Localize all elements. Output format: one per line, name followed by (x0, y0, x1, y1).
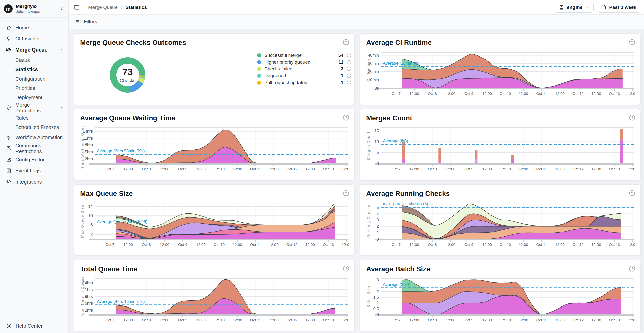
scrollbar[interactable] (642, 30, 643, 331)
svg-text:12:00: 12:00 (446, 318, 455, 322)
info-icon[interactable] (347, 67, 351, 71)
sidebar-toggle-icon[interactable] (73, 4, 80, 11)
sidebar-item-commands-restrictions[interactable]: Commands Restrictions (0, 143, 68, 154)
sidebar-item-label: Deployment (15, 95, 42, 100)
legend-item: Dequeued1 (257, 72, 351, 79)
svg-text:12:00: 12:00 (591, 91, 601, 96)
sidebar-item-label: Merge Queue (15, 47, 48, 53)
sidebar-item-label: Workflow Automation (15, 135, 63, 140)
sidebar-item-ci-insights[interactable]: CI Insights (0, 33, 68, 44)
sidebar-item-scheduled-freezes[interactable]: Scheduled Freezes (0, 123, 68, 132)
sidebar-item-help-center[interactable]: Help Center (0, 323, 68, 329)
help-icon[interactable]: ? (343, 114, 349, 121)
checks-outcomes-donut: 73 Checks (106, 53, 149, 97)
svg-text:Oct 9: Oct 9 (464, 318, 473, 322)
help-icon[interactable]: ? (629, 190, 635, 196)
svg-text:12:00: 12:00 (342, 242, 349, 247)
svg-text:12:00: 12:00 (591, 167, 601, 171)
card-title: Max Queue Size (80, 190, 133, 198)
svg-text:12:00: 12:00 (305, 318, 315, 322)
sidebar-item-status[interactable]: Status (0, 56, 68, 65)
svg-text:1: 1 (377, 301, 379, 305)
svg-text:Oct 8: Oct 8 (142, 318, 151, 322)
info-icon[interactable] (347, 60, 351, 64)
divider (84, 4, 84, 11)
sidebar-item-event-logs[interactable]: Event Logs (0, 165, 68, 176)
sidebar-item-configuration[interactable]: Configuration (0, 74, 68, 84)
calendar-icon (601, 5, 606, 10)
checks-outcomes-legend: Successful merge54Higher priority queued… (257, 52, 351, 86)
sidebar-item-rules[interactable]: Rules (0, 113, 68, 123)
sidebar-item-deployment[interactable]: Deployment (0, 93, 68, 102)
sidebar-item-merge-protections[interactable]: Merge Protections (0, 102, 68, 113)
sidebar-item-label: Merge Protections (15, 102, 55, 114)
svg-text:Oct 8: Oct 8 (428, 242, 437, 247)
card-title: Total Queue Time (80, 265, 137, 273)
help-icon[interactable]: ? (629, 265, 635, 272)
filters-button[interactable]: Filters (69, 15, 644, 29)
svg-text:12:00: 12:00 (409, 167, 419, 171)
help-icon[interactable]: ? (343, 39, 349, 45)
workflow-icon (6, 135, 12, 140)
sidebar-item-label: Statistics (15, 67, 38, 72)
sidebar-item-statistics[interactable]: Statistics (0, 65, 68, 74)
svg-text:15: 15 (374, 129, 379, 133)
sidebar-item-workflow-automation[interactable]: Workflow Automation (0, 132, 68, 143)
legend-value: 1 (341, 80, 343, 85)
svg-text:Oct 11: Oct 11 (250, 318, 261, 322)
sidebar-item-label: Rules (15, 115, 28, 121)
filter-icon (75, 19, 80, 24)
svg-text:Total Time in Queue: Total Time in Queue (80, 277, 84, 317)
repository-label: engine (567, 5, 582, 10)
sidebar-item-merge-queue[interactable]: Merge Queue (0, 44, 68, 56)
chart-total-queue-time: Average (4hrs 16min 17s)2hrs5hrs8hrs11hr… (80, 277, 349, 328)
svg-text:?: ? (345, 191, 347, 195)
svg-text:12:00: 12:00 (342, 318, 349, 322)
sidebar-item-label: CI Insights (15, 36, 39, 42)
legend-label: Checks failed (264, 66, 292, 72)
filters-label: Filters (84, 19, 97, 24)
svg-text:2hrs: 2hrs (85, 308, 93, 312)
info-icon[interactable] (347, 53, 351, 58)
svg-text:Oct 13: Oct 13 (609, 318, 620, 322)
svg-text:12:00: 12:00 (519, 91, 528, 96)
time-range-button[interactable]: Past 1 week (597, 2, 640, 13)
repository-select[interactable]: engine (555, 2, 594, 13)
svg-text:max_parallel_checks (5): max_parallel_checks (5) (383, 201, 428, 206)
info-icon[interactable] (347, 80, 351, 85)
svg-text:12:00: 12:00 (269, 167, 279, 171)
sidebar-item-priorities[interactable]: Priorities (0, 84, 68, 93)
svg-text:Oct 10: Oct 10 (500, 167, 511, 171)
svg-text:12:00: 12:00 (269, 242, 279, 247)
svg-text:6: 6 (90, 223, 93, 227)
svg-text:12:00: 12:00 (482, 167, 492, 171)
sidebar-item-label: Commands Restrictions (15, 143, 63, 155)
chart-max-queue-size: Average Queue Size (5.96)261014Oct 712:0… (80, 201, 349, 252)
sidebar-nav: HomeCI InsightsMerge QueueStatusStatisti… (0, 18, 68, 188)
legend-value: 3 (341, 66, 343, 72)
breadcrumb-merge-queue[interactable]: Merge Queue (88, 5, 118, 10)
help-icon[interactable]: ? (629, 114, 635, 121)
sidebar-item-config-editor[interactable]: Config Editor (0, 154, 68, 165)
chev-up-icon (59, 48, 63, 52)
svg-text:12:00: 12:00 (446, 242, 455, 247)
svg-text:Oct 9: Oct 9 (464, 91, 473, 96)
legend-dot (257, 60, 261, 64)
sidebar-item-home[interactable]: Home (0, 22, 68, 33)
legend-label: Dequeued (264, 73, 286, 79)
svg-text:Oct 12: Oct 12 (572, 242, 584, 247)
card-merge-queue-checks-outcomes: Merge Queue Checks Outcomes ? 73 Checks … (74, 33, 355, 105)
info-icon[interactable] (347, 73, 351, 78)
help-icon[interactable]: ? (629, 39, 635, 45)
sidebar-item-label: Status (15, 57, 30, 63)
org-switcher[interactable]: m Mergifyio Julien Danjou (0, 0, 68, 18)
sidebar-item-integrations[interactable]: Integrations (0, 176, 68, 188)
svg-text:0.5: 0.5 (373, 307, 379, 311)
help-icon[interactable]: ? (343, 265, 349, 272)
svg-text:Oct 13: Oct 13 (323, 167, 334, 171)
svg-text:5hrs: 5hrs (85, 301, 93, 305)
help-icon[interactable]: ? (343, 190, 349, 196)
legend-dot (257, 81, 261, 85)
chevron-down-icon (585, 5, 590, 10)
card-average-queue-waiting-time: Average Queue Waiting Time ? Average (3h… (74, 109, 355, 180)
